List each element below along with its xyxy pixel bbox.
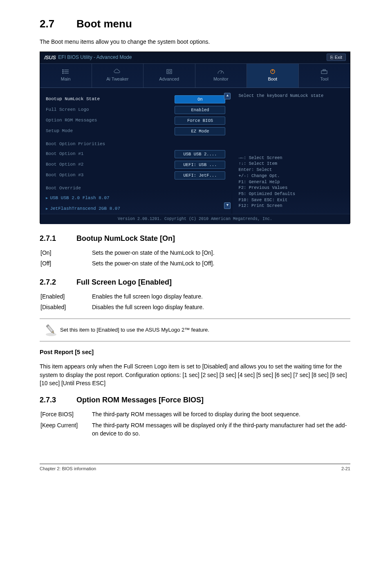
- opt-forcebios-label: [Force BIOS]: [40, 409, 91, 419]
- tab-monitor[interactable]: Monitor: [195, 64, 247, 88]
- svg-point-0: [63, 70, 63, 70]
- opt-on-desc: Sets the power-on state of the NumLock t…: [92, 248, 350, 258]
- svg-rect-11: [321, 71, 327, 74]
- defs-273: [Force BIOS] The third-party ROM message…: [40, 408, 350, 439]
- opt-disabled-desc: Disables the full screen logo display fe…: [92, 302, 350, 312]
- section-title-text: Boot menu: [76, 18, 132, 30]
- bios-titlebar: /SUS EFI BIOS Utility - Advanced Mode ⎘E…: [40, 52, 350, 64]
- tab-ai-tweaker[interactable]: Ai Tweaker: [92, 64, 144, 88]
- help-k8: F10: Save ESC: Exit: [238, 197, 344, 203]
- optionrom-value[interactable]: Force BIOS: [175, 117, 225, 125]
- pencil-icon: [42, 323, 60, 337]
- boot-priorities-heading: Boot Option Priorities: [46, 141, 225, 148]
- bios-right-pane: Select the keyboard NumLock state →←: Se…: [233, 88, 350, 214]
- table-row: [Keep Current] The third-party ROM messa…: [40, 420, 350, 439]
- defs-272: [Enabled] Enables the full screen logo d…: [40, 291, 350, 313]
- note-text: Set this item to [Enabled] to use the AS…: [60, 326, 348, 334]
- table-row: [Force BIOS] The third-party ROM message…: [40, 409, 350, 419]
- svg-line-8: [221, 71, 222, 74]
- tab-tool[interactable]: Tool: [299, 64, 350, 88]
- svg-rect-7: [168, 71, 170, 72]
- footer-chapter: Chapter 2: BIOS information: [40, 466, 96, 472]
- help-keys: →←: Select Screen ↑↓: Select Item Enter:…: [238, 155, 344, 209]
- footer-pagenum: 2-21: [341, 466, 350, 472]
- opt-off-label: [Off]: [40, 258, 91, 268]
- help-k7: F5: Optimized Defaults: [238, 191, 344, 197]
- heading-273: 2.7.3Option ROM Messages [Force BIOS]: [40, 395, 350, 405]
- boot2-value[interactable]: UEFI: USB ...: [175, 161, 225, 169]
- table-row: [Enabled] Enables the full screen logo d…: [40, 292, 350, 301]
- row-boot3[interactable]: Boot Option #3 UEFI: JetF...: [46, 171, 225, 180]
- power-icon: [269, 69, 276, 74]
- optionrom-label: Option ROM Messages: [46, 117, 97, 124]
- numlock-value[interactable]: On: [175, 95, 225, 103]
- boot1-label: Boot Option #1: [46, 151, 83, 157]
- opt-enabled-label: [Enabled]: [40, 292, 91, 301]
- opt-on-label: [On]: [40, 248, 91, 258]
- help-k5: F1: General Help: [238, 179, 344, 185]
- help-k1: →←: Select Screen: [238, 155, 344, 161]
- list-icon: [62, 69, 69, 74]
- bios-tabs: Main Ai Tweaker Advanced Monitor Boot To…: [40, 64, 350, 88]
- page-footer: Chapter 2: BIOS information 2-21: [40, 464, 350, 472]
- boot-override-heading: Boot Override: [46, 185, 225, 192]
- defs-271: [On] Sets the power-on state of the NumL…: [40, 247, 350, 269]
- tab-advanced[interactable]: Advanced: [143, 64, 195, 88]
- svg-point-13: [46, 333, 56, 336]
- boot3-label: Boot Option #3: [46, 172, 83, 179]
- bios-version-footer: Version 2.00.1201. Copyright (C) 2010 Am…: [40, 214, 350, 224]
- opt-disabled-label: [Disabled]: [40, 302, 91, 312]
- svg-point-4: [63, 73, 63, 74]
- row-option-rom[interactable]: Option ROM Messages Force BIOS: [46, 117, 225, 125]
- row-boot1[interactable]: Boot Option #1 USB USB 2....: [46, 150, 225, 158]
- table-row: [Off] Sets the power-on state of the Num…: [40, 258, 350, 268]
- heading-272: 2.7.2Full Screen Logo [Enabled]: [40, 277, 350, 287]
- row-boot2[interactable]: Boot Option #2 UEFI: USB ...: [46, 161, 225, 169]
- opt-enabled-desc: Enables the full screen logo display fea…: [92, 292, 350, 301]
- row-numlock[interactable]: Bootup NumLock State On: [46, 95, 225, 103]
- tab-boot[interactable]: Boot: [247, 64, 299, 88]
- scroll-up-button[interactable]: ▲: [224, 93, 231, 99]
- section-heading: 2.7Boot menu: [40, 16, 350, 32]
- tab-main[interactable]: Main: [40, 64, 92, 88]
- scroll-down-button[interactable]: ▼: [224, 202, 231, 209]
- section-intro: The Boot menu items allow you to change …: [40, 38, 350, 46]
- help-k6: F2: Previous Values: [238, 185, 344, 191]
- svg-rect-6: [167, 70, 172, 74]
- cloud-icon: [114, 69, 121, 74]
- help-k4: +/-: Change Opt.: [238, 173, 344, 179]
- row-fullscreen[interactable]: Full Screen Logo Enabled: [46, 106, 225, 114]
- bios-body: Bootup NumLock State On Full Screen Logo…: [40, 88, 350, 214]
- bios-screenshot: /SUS EFI BIOS Utility - Advanced Mode ⎘E…: [40, 52, 350, 223]
- scroll-column: ▲ ▼: [224, 93, 230, 209]
- setupmode-value[interactable]: EZ Mode: [175, 127, 225, 135]
- table-row: [Disabled] Disables the full screen logo…: [40, 302, 350, 312]
- row-setup-mode[interactable]: Setup Mode EZ Mode: [46, 127, 225, 135]
- toolbox-icon: [321, 69, 328, 74]
- heading-271: 2.7.1Bootup NumLock State [On]: [40, 233, 350, 244]
- exit-button[interactable]: ⎘Exit: [327, 54, 346, 61]
- opt-keepcurrent-label: [Keep Current]: [40, 420, 91, 439]
- fullscreen-value[interactable]: Enabled: [175, 106, 225, 114]
- boot2-label: Boot Option #2: [46, 162, 83, 168]
- field-help-text: Select the keyboard NumLock state: [238, 93, 344, 99]
- bios-title: EFI BIOS Utility - Advanced Mode: [58, 54, 132, 61]
- table-row: [On] Sets the power-on state of the NumL…: [40, 248, 350, 258]
- numlock-label: Bootup NumLock State: [46, 96, 100, 103]
- opt-keepcurrent-desc: The third-party ROM messages will be dis…: [92, 420, 350, 439]
- opt-forcebios-desc: The third-party ROM messages will be for…: [92, 409, 350, 419]
- boot1-value[interactable]: USB USB 2....: [175, 150, 225, 158]
- override-link1[interactable]: USB USB 2.0 Flash 8.07: [46, 194, 225, 202]
- setupmode-label: Setup Mode: [46, 128, 73, 135]
- help-k9: F12: Print Screen: [238, 203, 344, 209]
- boot3-value[interactable]: UEFI: JetF...: [175, 171, 225, 180]
- override-link2[interactable]: JetFlashTranscend 2GB 8.07: [46, 205, 225, 213]
- post-report-body: This item appears only when the Full Scr…: [40, 362, 350, 387]
- asus-logo: /SUS: [44, 54, 56, 62]
- opt-off-desc: Sets the power-on state of the NumLock t…: [92, 258, 350, 268]
- note-box: Set this item to [Enabled] to use the AS…: [40, 319, 350, 341]
- help-k2: ↑↓: Select Item: [238, 161, 344, 167]
- fullscreen-label: Full Screen Logo: [46, 107, 89, 113]
- gauge-icon: [217, 69, 224, 74]
- page: 2.7Boot menu The Boot menu items allow y…: [36, 0, 354, 480]
